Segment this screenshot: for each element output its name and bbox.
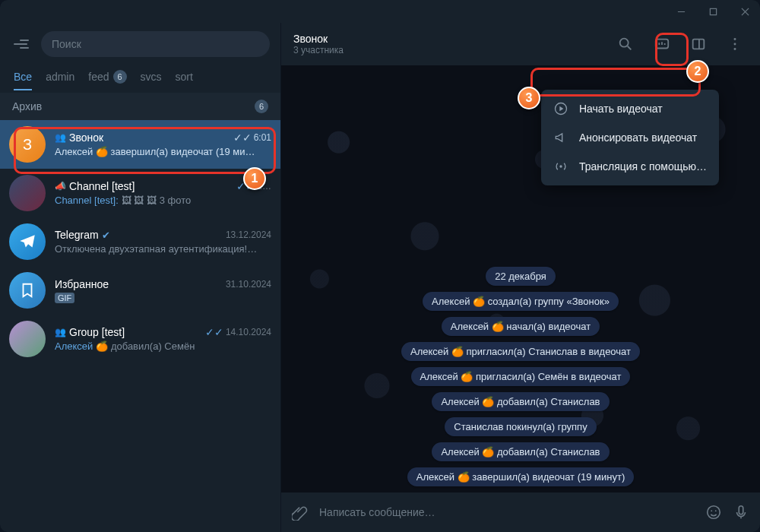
system-message[interactable]: Алексей 🍊 добавил(а) Станислав	[432, 442, 609, 461]
chat-item-group-test[interactable]: 👥Group [test] ✓✓14.10.2024 Алексей 🍊 доб…	[0, 315, 280, 363]
chat-name-label: Звонок	[69, 131, 103, 144]
video-chat-icon	[654, 36, 670, 52]
megaphone-icon: 📣	[55, 181, 66, 192]
chat-subtitle: 3 участника	[293, 45, 602, 55]
archive-row[interactable]: Архив 6	[0, 93, 280, 120]
chat-list: З 👥Звонок ✓✓6:01 Алексей 🍊 завершил(а) в…	[0, 120, 280, 532]
titlebar	[0, 0, 760, 23]
chat-time: 14.10.2024	[226, 327, 271, 337]
window-maximize-button[interactable]	[704, 2, 722, 21]
video-chat-button[interactable]	[649, 31, 675, 57]
chat-name-label: Group [test]	[69, 326, 125, 338]
search-in-chat-button[interactable]	[613, 31, 638, 57]
side-panel-button[interactable]	[686, 31, 711, 57]
megaphone-icon	[553, 130, 568, 145]
system-message[interactable]: Алексей 🍊 начал(а) видеочат	[442, 317, 600, 336]
chat-name-label: Telegram	[55, 229, 99, 241]
chat-name-label: Избранное	[55, 278, 109, 290]
system-message[interactable]: Алексей 🍊 завершил(а) видеочат (19 минут…	[407, 467, 635, 486]
play-circle-icon	[553, 101, 568, 116]
svg-point-4	[620, 39, 629, 47]
svg-point-12	[734, 38, 736, 40]
chat-title-block[interactable]: Звонок 3 участника	[293, 33, 602, 55]
dropdown-announce-videochat[interactable]: Анонсировать видеочат	[541, 123, 719, 152]
chat-time: 31.10.2024	[226, 279, 271, 290]
archive-badge: 6	[255, 100, 268, 113]
dropdown-start-videochat[interactable]: Начать видеочат	[541, 94, 719, 123]
svg-point-13	[734, 43, 736, 46]
voice-button[interactable]	[733, 504, 749, 521]
chat-snippet: Алексей 🍊 завершил(а) видеочат (19 ми…	[55, 146, 271, 157]
chat-item-zvonok[interactable]: З 👥Звонок ✓✓6:01 Алексей 🍊 завершил(а) в…	[0, 120, 280, 169]
folder-tab-svcs[interactable]: svcs	[141, 71, 162, 90]
chat-snippet: GIF	[55, 293, 271, 303]
paperclip-icon	[292, 504, 309, 521]
dropdown-label: Начать видеочат	[579, 103, 663, 115]
bookmark-icon	[19, 282, 36, 299]
system-message[interactable]: Алексей 🍊 пригласил(а) Семён в видеочат	[411, 367, 631, 386]
annotation-step-3: 3	[518, 87, 540, 109]
attach-button[interactable]	[292, 504, 309, 521]
system-message[interactable]: Алексей 🍊 пригласил(а) Станислав в видео…	[401, 342, 640, 361]
telegram-icon	[17, 232, 37, 252]
chat-snippet: Алексей 🍊 добавил(а) Семён	[55, 340, 271, 352]
chat-title: Звонок	[293, 33, 602, 45]
annotation-step-2: 2	[686, 60, 709, 83]
microphone-icon	[733, 504, 749, 521]
avatar	[9, 175, 46, 211]
avatar: З	[9, 126, 46, 163]
chat-header: Звонок 3 участника	[281, 23, 760, 65]
read-check-icon: ✓✓	[205, 327, 223, 337]
sidebar: Поиск Все admin feed6 svcs sort Архив 6 …	[0, 23, 281, 532]
video-chat-dropdown: Начать видеочат Анонсировать видеочат Тр…	[541, 90, 719, 185]
window-minimize-button[interactable]	[672, 2, 690, 21]
svg-point-14	[734, 48, 736, 50]
chat-time: 6:01	[254, 132, 271, 143]
svg-rect-20	[739, 506, 743, 515]
avatar	[9, 321, 46, 357]
message-input[interactable]: Написать сообщение…	[319, 506, 695, 518]
archive-label: Архив	[12, 100, 42, 112]
svg-point-18	[711, 510, 712, 511]
chat-snippet: Channel [test]: 🖼 🖼 🖼 3 фото	[55, 195, 271, 206]
dropdown-label: Трансляция с помощью…	[579, 160, 707, 173]
dropdown-label: Анонсировать видеочат	[579, 131, 697, 144]
system-message[interactable]: Станислав покинул(а) группу	[445, 417, 596, 436]
system-message[interactable]: Алексей 🍊 добавил(а) Станислав	[432, 392, 609, 411]
dropdown-stream-with[interactable]: Трансляция с помощью…	[541, 152, 719, 181]
hamburger-menu-button[interactable]	[11, 33, 32, 55]
svg-point-17	[708, 506, 720, 519]
more-icon	[727, 36, 743, 52]
verified-icon: ✔	[102, 230, 110, 241]
message-input-bar: Написать сообщение…	[281, 492, 760, 532]
avatar	[9, 223, 46, 260]
folder-tab-all[interactable]: Все	[14, 71, 32, 90]
annotation-step-1: 1	[243, 167, 266, 190]
group-icon: 👥	[55, 327, 66, 337]
chat-time: 13.12.2024	[226, 230, 271, 240]
chat-item-channel-test[interactable]: 📣Channel [test] ✓✓2… Channel [test]: 🖼 🖼…	[0, 169, 280, 217]
folder-tab-feed[interactable]: feed6	[88, 70, 126, 91]
more-menu-button[interactable]	[722, 31, 748, 57]
chat-name-label: Channel [test]	[69, 180, 135, 192]
svg-point-19	[715, 510, 717, 511]
avatar	[9, 272, 46, 309]
folder-tabs: Все admin feed6 svcs sort	[0, 65, 280, 93]
search-input[interactable]: Поиск	[41, 31, 270, 57]
chat-item-telegram[interactable]: Telegram✔ 13.12.2024 Отключена двухэтапн…	[0, 217, 280, 266]
date-separator: 22 декабря	[486, 267, 556, 286]
svg-rect-1	[710, 8, 716, 14]
system-message[interactable]: Алексей 🍊 создал(а) группу «Звонок»	[423, 292, 619, 311]
group-icon: 👥	[55, 132, 66, 143]
chat-item-saved[interactable]: Избранное 31.10.2024 GIF	[0, 266, 280, 315]
smile-icon	[705, 504, 722, 521]
folder-tab-admin[interactable]: admin	[46, 71, 74, 90]
search-icon	[617, 36, 634, 52]
svg-line-5	[628, 46, 632, 50]
emoji-button[interactable]	[705, 504, 722, 521]
chat-snippet: Отключена двухэтапная аутентификация!…	[55, 243, 271, 255]
broadcast-icon	[553, 159, 568, 174]
window-close-button[interactable]	[736, 2, 754, 21]
read-check-icon: ✓✓	[233, 132, 252, 143]
folder-tab-sort[interactable]: sort	[176, 71, 193, 90]
